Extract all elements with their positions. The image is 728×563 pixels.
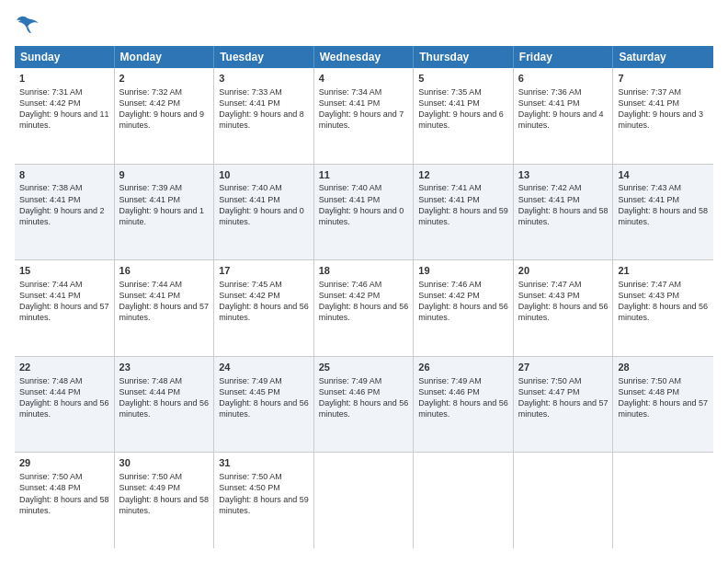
daylight: Daylight: 8 hours and 56 minutes. [418, 302, 508, 322]
daylight: Daylight: 8 hours and 58 minutes. [19, 495, 109, 515]
sunset: Sunset: 4:42 PM [319, 291, 381, 300]
daylight: Daylight: 9 hours and 1 minute. [119, 206, 205, 226]
sunset: Sunset: 4:41 PM [319, 98, 381, 108]
daylight: Daylight: 8 hours and 56 minutes. [518, 302, 609, 322]
day-number: 30 [119, 456, 210, 470]
day-number: 2 [119, 72, 210, 86]
daylight: Daylight: 8 hours and 57 minutes. [119, 302, 210, 322]
sunrise: Sunrise: 7:31 AM [19, 87, 83, 97]
day-number: 8 [19, 168, 109, 182]
col-sunday: Sunday [15, 46, 115, 68]
sunrise: Sunrise: 7:43 AM [618, 183, 681, 192]
sunrise: Sunrise: 7:46 AM [319, 280, 382, 289]
sunset: Sunset: 4:41 PM [518, 195, 580, 204]
day-number: 28 [618, 361, 709, 374]
day-cell-10: 10Sunrise: 7:40 AMSunset: 4:41 PMDayligh… [214, 165, 314, 260]
sunrise: Sunrise: 7:50 AM [219, 472, 282, 481]
sunrise: Sunrise: 7:44 AM [19, 280, 83, 289]
calendar-body: 1Sunrise: 7:31 AMSunset: 4:42 PMDaylight… [15, 68, 713, 548]
col-wednesday: Wednesday [314, 46, 415, 68]
day-cell-7: 7Sunrise: 7:37 AMSunset: 4:41 PMDaylight… [613, 68, 713, 164]
daylight: Daylight: 9 hours and 6 minutes. [418, 109, 504, 130]
sunrise: Sunrise: 7:50 AM [119, 472, 183, 481]
day-number: 16 [119, 264, 210, 278]
sunrise: Sunrise: 7:40 AM [219, 183, 282, 192]
daylight: Daylight: 8 hours and 56 minutes. [319, 302, 409, 322]
day-cell-4: 4Sunrise: 7:34 AMSunset: 4:41 PMDaylight… [314, 68, 415, 164]
sunset: Sunset: 4:41 PM [618, 195, 679, 204]
calendar-week-4: 22Sunrise: 7:48 AMSunset: 4:44 PMDayligh… [15, 357, 713, 454]
sunrise: Sunrise: 7:41 AM [418, 183, 482, 192]
sunrise: Sunrise: 7:50 AM [19, 472, 83, 481]
day-number: 18 [319, 264, 409, 278]
day-number: 22 [19, 361, 109, 374]
sunset: Sunset: 4:41 PM [618, 98, 679, 108]
day-number: 27 [518, 361, 609, 374]
daylight: Daylight: 9 hours and 8 minutes. [219, 109, 304, 130]
day-cell-23: 23Sunrise: 7:48 AMSunset: 4:44 PMDayligh… [115, 357, 215, 453]
page: Sunday Monday Tuesday Wednesday Thursday… [0, 0, 728, 563]
daylight: Daylight: 8 hours and 56 minutes. [219, 398, 309, 419]
day-number: 20 [518, 264, 609, 278]
daylight: Daylight: 8 hours and 59 minutes. [418, 206, 508, 226]
day-cell-12: 12Sunrise: 7:41 AMSunset: 4:41 PMDayligh… [414, 165, 514, 260]
day-number: 12 [418, 168, 508, 182]
day-number: 25 [319, 361, 409, 374]
sunset: Sunset: 4:46 PM [418, 387, 480, 396]
day-cell-5: 5Sunrise: 7:35 AMSunset: 4:41 PMDaylight… [414, 68, 514, 164]
sunset: Sunset: 4:41 PM [219, 98, 280, 108]
day-number: 21 [618, 264, 709, 278]
col-tuesday: Tuesday [214, 46, 314, 68]
day-number: 9 [119, 168, 210, 182]
day-number: 29 [19, 456, 109, 470]
day-number: 19 [418, 264, 508, 278]
daylight: Daylight: 9 hours and 7 minutes. [319, 109, 404, 130]
sunrise: Sunrise: 7:50 AM [618, 376, 681, 385]
sunrise: Sunrise: 7:49 AM [319, 376, 382, 385]
daylight: Daylight: 8 hours and 57 minutes. [19, 302, 109, 322]
col-monday: Monday [115, 46, 215, 68]
day-cell-26: 26Sunrise: 7:49 AMSunset: 4:46 PMDayligh… [414, 357, 514, 453]
day-number: 15 [19, 264, 109, 278]
day-cell-1: 1Sunrise: 7:31 AMSunset: 4:42 PMDaylight… [15, 68, 115, 164]
daylight: Daylight: 8 hours and 56 minutes. [418, 398, 508, 419]
day-cell-16: 16Sunrise: 7:44 AMSunset: 4:41 PMDayligh… [115, 260, 215, 356]
col-thursday: Thursday [414, 46, 514, 68]
sunset: Sunset: 4:42 PM [19, 98, 81, 108]
calendar-week-2: 8Sunrise: 7:38 AMSunset: 4:41 PMDaylight… [15, 165, 713, 261]
sunset: Sunset: 4:44 PM [119, 387, 181, 396]
sunrise: Sunrise: 7:46 AM [418, 280, 482, 289]
day-number: 31 [219, 456, 309, 470]
sunset: Sunset: 4:42 PM [418, 291, 480, 300]
day-number: 5 [418, 72, 508, 86]
sunset: Sunset: 4:47 PM [518, 387, 580, 396]
logo-icon [15, 15, 40, 37]
calendar-week-5: 29Sunrise: 7:50 AMSunset: 4:48 PMDayligh… [15, 453, 713, 548]
sunrise: Sunrise: 7:40 AM [319, 183, 382, 192]
daylight: Daylight: 9 hours and 0 minutes. [219, 206, 304, 226]
day-number: 3 [219, 72, 309, 86]
sunset: Sunset: 4:41 PM [119, 195, 181, 204]
day-cell-31: 31Sunrise: 7:50 AMSunset: 4:50 PMDayligh… [214, 453, 314, 548]
day-cell-30: 30Sunrise: 7:50 AMSunset: 4:49 PMDayligh… [115, 453, 215, 548]
day-cell-3: 3Sunrise: 7:33 AMSunset: 4:41 PMDaylight… [214, 68, 314, 164]
col-friday: Friday [514, 46, 614, 68]
sunset: Sunset: 4:42 PM [119, 98, 181, 108]
day-number: 14 [618, 168, 709, 182]
empty-cell [514, 453, 614, 548]
daylight: Daylight: 8 hours and 56 minutes. [119, 398, 210, 419]
sunrise: Sunrise: 7:45 AM [219, 280, 282, 289]
day-cell-17: 17Sunrise: 7:45 AMSunset: 4:42 PMDayligh… [214, 260, 314, 356]
logo [15, 15, 44, 37]
sunrise: Sunrise: 7:33 AM [219, 87, 282, 97]
daylight: Daylight: 9 hours and 11 minutes. [19, 109, 109, 130]
day-cell-24: 24Sunrise: 7:49 AMSunset: 4:45 PMDayligh… [214, 357, 314, 453]
day-cell-28: 28Sunrise: 7:50 AMSunset: 4:48 PMDayligh… [613, 357, 713, 453]
sunset: Sunset: 4:44 PM [19, 387, 81, 396]
day-cell-25: 25Sunrise: 7:49 AMSunset: 4:46 PMDayligh… [314, 357, 415, 453]
daylight: Daylight: 9 hours and 3 minutes. [618, 109, 703, 130]
sunrise: Sunrise: 7:32 AM [119, 87, 183, 97]
sunset: Sunset: 4:45 PM [219, 387, 280, 396]
daylight: Daylight: 8 hours and 56 minutes. [319, 398, 409, 419]
day-cell-2: 2Sunrise: 7:32 AMSunset: 4:42 PMDaylight… [115, 68, 215, 164]
